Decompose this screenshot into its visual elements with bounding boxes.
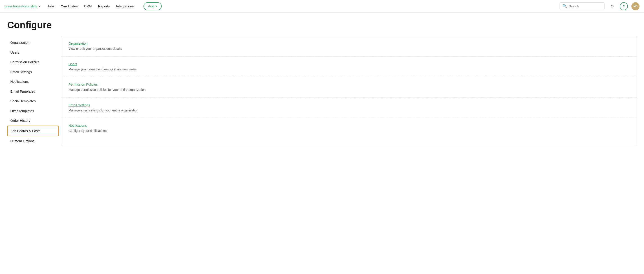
- sidebar-item-custom-options[interactable]: Custom Options: [7, 136, 59, 146]
- logo-text: greenhouseRecruiting: [4, 4, 38, 8]
- sidebar-item-users[interactable]: Users: [7, 47, 59, 57]
- nav-links: Jobs Candidates CRM Reports Integrations…: [48, 2, 162, 10]
- settings-button[interactable]: ⚙: [608, 2, 616, 10]
- sidebar-item-notifications[interactable]: Notifications: [7, 77, 59, 87]
- help-button[interactable]: ?: [620, 2, 628, 10]
- page-title: Configure: [7, 20, 637, 30]
- sidebar-item-social-templates[interactable]: Social Templates: [7, 96, 59, 106]
- sidebar-item-permission-policies[interactable]: Permission Policies: [7, 57, 59, 67]
- nav-reports[interactable]: Reports: [98, 4, 110, 8]
- logo[interactable]: greenhouseRecruiting ▾: [4, 4, 40, 8]
- config-link-notifications[interactable]: Notifications: [68, 124, 87, 127]
- nav-crm[interactable]: CRM: [84, 4, 92, 8]
- page-container: Configure OrganizationUsersPermission Po…: [0, 12, 644, 146]
- gear-icon: ⚙: [610, 4, 614, 9]
- avatar-label: MS: [634, 5, 638, 8]
- config-link-permission-policies[interactable]: Permission Policies: [68, 83, 98, 86]
- config-item: OrganizationView or edit your organizati…: [61, 36, 636, 57]
- top-navigation: greenhouseRecruiting ▾ Jobs Candidates C…: [0, 0, 644, 12]
- config-item-description: Manage your team members, or invite new …: [68, 67, 630, 72]
- nav-jobs[interactable]: Jobs: [48, 4, 54, 8]
- sidebar-item-offer-templates[interactable]: Offer Templates: [7, 106, 59, 116]
- config-item: UsersManage your team members, or invite…: [61, 57, 636, 77]
- nav-right: 🔍 ⚙ ? MS: [560, 2, 640, 10]
- config-item-description: Manage permission policies for your enti…: [68, 88, 630, 92]
- logo-chevron-icon: ▾: [39, 5, 40, 8]
- avatar-button[interactable]: MS: [632, 2, 640, 10]
- search-box[interactable]: 🔍: [560, 2, 604, 10]
- add-chevron-icon: ▾: [156, 4, 157, 8]
- sidebar-item-organization[interactable]: Organization: [7, 38, 59, 47]
- help-icon: ?: [623, 4, 625, 8]
- nav-candidates[interactable]: Candidates: [61, 4, 78, 8]
- config-item: Email SettingsManage email settings for …: [61, 98, 636, 118]
- nav-integrations[interactable]: Integrations: [116, 4, 134, 8]
- config-item: NotificationsConfigure your notification…: [61, 118, 636, 138]
- config-link-organization[interactable]: Organization: [68, 41, 88, 45]
- sidebar-item-order-history[interactable]: Order History: [7, 116, 59, 126]
- main-panel: OrganizationView or edit your organizati…: [61, 36, 637, 146]
- sidebar-item-job-boards--posts[interactable]: Job Boards & Posts: [7, 126, 59, 136]
- content-area: OrganizationUsersPermission PoliciesEmai…: [7, 36, 637, 146]
- add-button[interactable]: Add ▾: [144, 2, 162, 10]
- sidebar-item-email-templates[interactable]: Email Templates: [7, 87, 59, 96]
- sidebar: OrganizationUsersPermission PoliciesEmai…: [7, 36, 59, 146]
- config-item-description: Configure your notifications: [68, 129, 630, 133]
- config-link-users[interactable]: Users: [68, 62, 77, 66]
- config-link-email-settings[interactable]: Email Settings: [68, 103, 90, 107]
- config-item-description: Manage email settings for your entire or…: [68, 108, 630, 113]
- config-item-description: View or edit your organization's details: [68, 47, 630, 51]
- search-icon: 🔍: [562, 4, 567, 8]
- search-input[interactable]: [569, 4, 602, 8]
- sidebar-item-email-settings[interactable]: Email Settings: [7, 67, 59, 77]
- config-item: Permission PoliciesManage permission pol…: [61, 77, 636, 98]
